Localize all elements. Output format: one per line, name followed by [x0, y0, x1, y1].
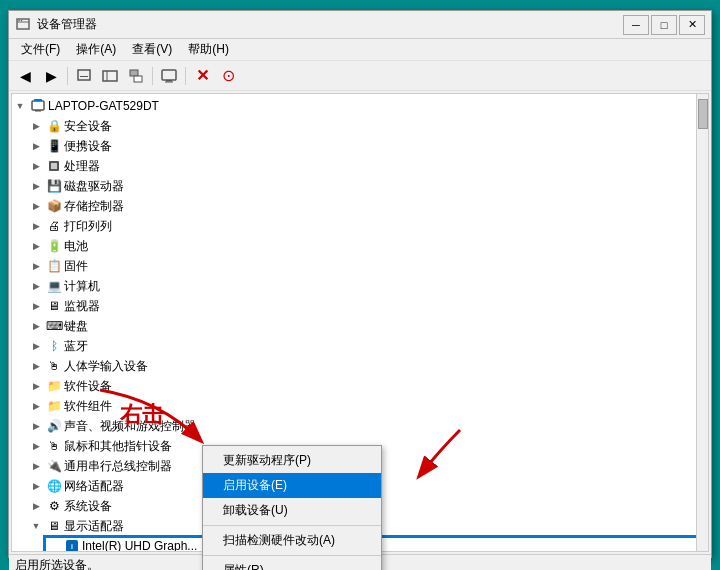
tree-item-sound[interactable]: ▶ 🔊 声音、视频和游戏控制器 — [28, 416, 708, 436]
svg-rect-9 — [134, 76, 142, 82]
tree-item-monitor[interactable]: ▶ 🖥 监视器 — [28, 296, 708, 316]
tree-item-hid[interactable]: ▶ 🖱 人体学输入设备 — [28, 356, 708, 376]
svg-rect-4 — [78, 70, 90, 80]
processor-icon — [46, 158, 62, 174]
battery-label: 电池 — [64, 238, 88, 255]
tree-item-processor[interactable]: ▶ 处理器 — [28, 156, 708, 176]
usb-label: 通用串行总线控制器 — [64, 458, 172, 475]
tree-item-battery[interactable]: ▶ 🔋 电池 — [28, 236, 708, 256]
battery-icon: 🔋 — [46, 238, 62, 254]
swdevice-expand: ▶ — [28, 378, 44, 394]
toolbar-btn-monitor[interactable] — [157, 65, 181, 87]
tree-item-security[interactable]: ▶ 🔒 安全设备 — [28, 116, 708, 136]
security-label: 安全设备 — [64, 118, 112, 135]
tree-item-keyboard[interactable]: ▶ ⌨ 键盘 — [28, 316, 708, 336]
keyboard-icon: ⌨ — [46, 318, 62, 334]
title-bar: 设备管理器 ─ □ ✕ — [9, 11, 711, 39]
system-icon: ⚙ — [46, 498, 62, 514]
back-button[interactable]: ◀ — [13, 65, 37, 87]
tree-item-disk[interactable]: ▶ 💾 磁盘驱动器 — [28, 176, 708, 196]
ctx-scan[interactable]: 扫描检测硬件改动(A) — [203, 528, 381, 553]
toolbar-btn-x[interactable]: ✕ — [190, 65, 214, 87]
computer-label: 计算机 — [64, 278, 100, 295]
swdevice-icon: 📁 — [46, 378, 62, 394]
mouse-label: 鼠标和其他指针设备 — [64, 438, 172, 455]
toolbar-sep-3 — [185, 67, 186, 85]
root-expand-icon: ▼ — [12, 98, 28, 114]
forward-button[interactable]: ▶ — [39, 65, 63, 87]
svg-rect-10 — [162, 70, 176, 80]
root-icon — [30, 98, 46, 114]
vertical-scrollbar[interactable] — [696, 94, 708, 551]
scrollbar-thumb[interactable] — [698, 99, 708, 129]
title-bar-left: 设备管理器 — [15, 16, 97, 33]
ctx-properties[interactable]: 属性(R) — [203, 558, 381, 570]
toolbar-icon-1 — [76, 68, 92, 84]
mouse-expand: ▶ — [28, 438, 44, 454]
sound-expand: ▶ — [28, 418, 44, 434]
window-title: 设备管理器 — [37, 16, 97, 33]
ctx-update[interactable]: 更新驱动程序(P) — [203, 448, 381, 473]
context-menu: 更新驱动程序(P) 启用设备(E) 卸载设备(U) 扫描检测硬件改动(A) 属性… — [202, 445, 382, 570]
ctx-uninstall[interactable]: 卸载设备(U) — [203, 498, 381, 523]
toolbar-btn-1[interactable] — [72, 65, 96, 87]
system-label: 系统设备 — [64, 498, 112, 515]
tree-root-item[interactable]: ▼ LAPTOP-GAT529DT — [12, 96, 708, 116]
security-expand: ▶ — [28, 118, 44, 134]
svg-rect-13 — [32, 101, 44, 110]
svg-rect-17 — [51, 163, 57, 169]
firmware-icon: 📋 — [46, 258, 62, 274]
title-buttons: ─ □ ✕ — [623, 15, 705, 35]
menu-bar: 文件(F) 操作(A) 查看(V) 帮助(H) — [9, 39, 711, 61]
maximize-button[interactable]: □ — [651, 15, 677, 35]
tree-item-computer[interactable]: ▶ 💻 计算机 — [28, 276, 708, 296]
status-text: 启用所选设备。 — [15, 557, 99, 570]
toolbar-icon-3 — [128, 68, 144, 84]
disk-expand: ▶ — [28, 178, 44, 194]
processor-label: 处理器 — [64, 158, 100, 175]
tree-item-swdevice[interactable]: ▶ 📁 软件设备 — [28, 376, 708, 396]
menu-help[interactable]: 帮助(H) — [180, 39, 237, 60]
toolbar: ◀ ▶ — [9, 61, 711, 91]
security-icon: 🔒 — [46, 118, 62, 134]
svg-rect-6 — [103, 71, 117, 81]
swcomp-expand: ▶ — [28, 398, 44, 414]
tree-item-swcomp[interactable]: ▶ 📁 软件组件 — [28, 396, 708, 416]
tree-item-printer[interactable]: ▶ 🖨 打印列列 — [28, 216, 708, 236]
computer-icon: 💻 — [46, 278, 62, 294]
hid-expand: ▶ — [28, 358, 44, 374]
bluetooth-icon: ᛒ — [46, 338, 62, 354]
tree-item-portable[interactable]: ▶ 📱 便携设备 — [28, 136, 708, 156]
portable-label: 便携设备 — [64, 138, 112, 155]
ctx-enable[interactable]: 启用设备(E) — [203, 473, 381, 498]
toolbar-btn-circle[interactable]: ⊙ — [216, 65, 240, 87]
network-label: 网络适配器 — [64, 478, 124, 495]
svg-rect-5 — [80, 76, 88, 77]
tree-item-firmware[interactable]: ▶ 📋 固件 — [28, 256, 708, 276]
toolbar-btn-3[interactable] — [124, 65, 148, 87]
toolbar-btn-2[interactable] — [98, 65, 122, 87]
toolbar-sep-2 — [152, 67, 153, 85]
intel-gpu-label: Intel(R) UHD Graph... — [82, 539, 197, 552]
storage-expand: ▶ — [28, 198, 44, 214]
tree-item-storage[interactable]: ▶ 📦 存储控制器 — [28, 196, 708, 216]
display-expand: ▼ — [28, 518, 44, 534]
usb-expand: ▶ — [28, 458, 44, 474]
network-expand: ▶ — [28, 478, 44, 494]
intel-icon: i — [64, 538, 80, 552]
keyboard-expand: ▶ — [28, 318, 44, 334]
window-icon — [15, 17, 31, 33]
hid-icon: 🖱 — [46, 358, 62, 374]
minimize-button[interactable]: ─ — [623, 15, 649, 35]
computer-expand: ▶ — [28, 278, 44, 294]
ctx-separator — [203, 525, 381, 526]
tree-item-bluetooth[interactable]: ▶ ᛒ 蓝牙 — [28, 336, 708, 356]
menu-file[interactable]: 文件(F) — [13, 39, 68, 60]
menu-action[interactable]: 操作(A) — [68, 39, 124, 60]
ctx-separator-2 — [203, 555, 381, 556]
menu-view[interactable]: 查看(V) — [124, 39, 180, 60]
close-button[interactable]: ✕ — [679, 15, 705, 35]
monitor-label: 监视器 — [64, 298, 100, 315]
monitor-icon — [161, 68, 177, 84]
svg-point-3 — [21, 19, 23, 21]
